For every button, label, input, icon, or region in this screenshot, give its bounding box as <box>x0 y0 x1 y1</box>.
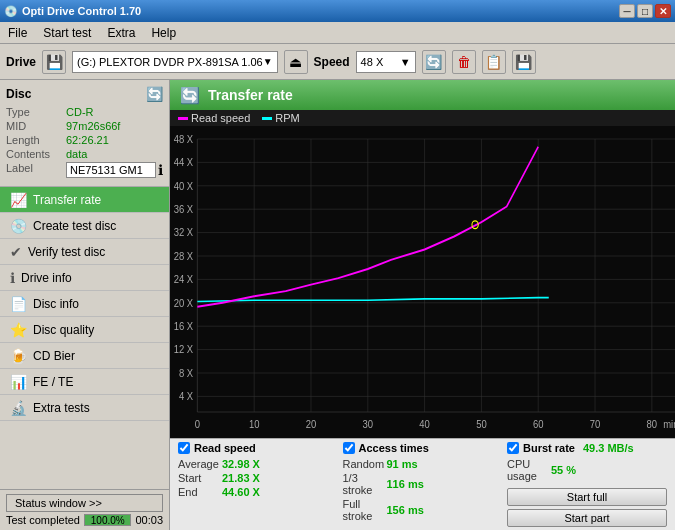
nav-cd-bier-label: CD Bier <box>33 349 75 363</box>
read-speed-dot <box>178 117 188 120</box>
minimize-button[interactable]: ─ <box>619 4 635 18</box>
burst-value: 49.3 MB/s <box>583 442 634 454</box>
chart-header-icon: 🔄 <box>180 86 200 105</box>
start-part-button[interactable]: Start part <box>507 509 667 527</box>
disc-info-panel: Disc 🔄 Type CD-R MID 97m26s66f Length 62… <box>0 80 169 187</box>
svg-text:20 X: 20 X <box>174 296 193 309</box>
full-stroke-row: Full stroke 156 ms <box>343 498 508 522</box>
label-input-group: ℹ <box>66 162 163 178</box>
read-speed-stats: Read speed Average 32.98 X Start 21.83 X… <box>178 442 343 527</box>
average-label: Average <box>178 458 218 470</box>
drive-info-icon: ℹ <box>10 270 15 286</box>
stat-buttons: Start full Start part <box>507 488 667 527</box>
svg-text:4 X: 4 X <box>179 389 193 402</box>
contents-value: data <box>66 148 87 160</box>
eject-button[interactable]: ⏏ <box>284 50 308 74</box>
disc-header: Disc 🔄 <box>6 86 163 102</box>
close-button[interactable]: ✕ <box>655 4 671 18</box>
cd-bier-icon: 🍺 <box>10 348 27 364</box>
full-stroke-label: Full stroke <box>343 498 383 522</box>
refresh-button[interactable]: 🔄 <box>422 50 446 74</box>
disc-contents-row: Contents data <box>6 148 163 160</box>
nav-verify-test-disc[interactable]: ✔ Verify test disc <box>0 239 169 265</box>
svg-text:28 X: 28 X <box>174 249 193 262</box>
start-full-button[interactable]: Start full <box>507 488 667 506</box>
window-title: Opti Drive Control 1.70 <box>22 5 141 17</box>
burst-checkbox[interactable] <box>507 442 519 454</box>
content-area: 🔄 Transfer rate Read speed RPM <box>170 80 675 530</box>
status-window-button[interactable]: Status window >> <box>6 494 163 512</box>
one-third-value: 116 ms <box>387 478 447 490</box>
menu-file[interactable]: File <box>0 24 35 42</box>
test-completed-row: Test completed 100.0% 00:03 <box>6 514 163 526</box>
random-row: Random 91 ms <box>343 458 508 470</box>
chart-container: 48 X 44 X 40 X 36 X 32 X 28 X 24 X 20 X … <box>170 126 675 438</box>
label-input[interactable] <box>66 162 156 178</box>
contents-label: Contents <box>6 148 66 160</box>
test-completed-label: Test completed <box>6 514 80 526</box>
chart-stats-row: Read speed Average 32.98 X Start 21.83 X… <box>170 438 675 530</box>
save-button[interactable]: 💾 <box>512 50 536 74</box>
chart-legend: Read speed RPM <box>170 110 675 126</box>
nav-cd-bier[interactable]: 🍺 CD Bier <box>0 343 169 369</box>
svg-text:40 X: 40 X <box>174 179 193 192</box>
speed-select[interactable]: 48 X ▼ <box>356 51 416 73</box>
nav-disc-quality[interactable]: ⭐ Disc quality <box>0 317 169 343</box>
full-stroke-value: 156 ms <box>387 504 447 516</box>
cpu-usage-row: CPU usage 55 % <box>507 458 667 482</box>
burst-stats: Burst rate 49.3 MB/s CPU usage 55 % Star… <box>507 442 667 527</box>
read-speed-checkbox[interactable] <box>178 442 190 454</box>
progress-percent: 100.0% <box>85 515 130 527</box>
svg-text:30: 30 <box>363 417 374 430</box>
svg-text:80: 80 <box>647 417 658 430</box>
menu-help[interactable]: Help <box>143 24 184 42</box>
start-label: Start <box>178 472 218 484</box>
rpm-dot <box>262 117 272 120</box>
menu-start-test[interactable]: Start test <box>35 24 99 42</box>
status-bar-section: Status window >> Test completed 100.0% 0… <box>0 489 169 530</box>
nav-fe-te[interactable]: 📊 FE / TE <box>0 369 169 395</box>
average-row: Average 32.98 X <box>178 458 343 470</box>
legend-rpm: RPM <box>262 112 299 124</box>
read-speed-header: Read speed <box>178 442 343 454</box>
progress-bar: 100.0% <box>84 514 131 526</box>
burst-stat-label: Burst rate <box>523 442 575 454</box>
speed-label: Speed <box>314 55 350 69</box>
disc-quality-icon: ⭐ <box>10 322 27 338</box>
svg-text:50: 50 <box>476 417 487 430</box>
access-times-stats: Access times Random 91 ms 1/3 stroke 116… <box>343 442 508 527</box>
title-bar: 💿 Opti Drive Control 1.70 ─ □ ✕ <box>0 0 675 22</box>
svg-text:8 X: 8 X <box>179 366 193 379</box>
disc-label-row: Label ℹ <box>6 162 163 178</box>
maximize-button[interactable]: □ <box>637 4 653 18</box>
start-value: 21.83 X <box>222 472 282 484</box>
drive-select-arrow: ▼ <box>263 56 273 67</box>
drive-icon: 💾 <box>42 50 66 74</box>
fe-te-icon: 📊 <box>10 374 27 390</box>
access-times-checkbox[interactable] <box>343 442 355 454</box>
disc-refresh-icon[interactable]: 🔄 <box>146 86 163 102</box>
app-icon: 💿 <box>4 5 18 18</box>
random-value: 91 ms <box>387 458 447 470</box>
nav-drive-info-label: Drive info <box>21 271 72 285</box>
disc-info-icon: 📄 <box>10 296 27 312</box>
nav-disc-quality-label: Disc quality <box>33 323 94 337</box>
title-bar-left: 💿 Opti Drive Control 1.70 <box>4 5 141 18</box>
nav-drive-info[interactable]: ℹ Drive info <box>0 265 169 291</box>
nav-create-test-disc[interactable]: 💿 Create test disc <box>0 213 169 239</box>
svg-text:10: 10 <box>249 417 260 430</box>
svg-text:70: 70 <box>590 417 601 430</box>
chart-title: Transfer rate <box>208 87 293 103</box>
label-info-icon[interactable]: ℹ <box>158 162 163 178</box>
nav-extra-tests[interactable]: 🔬 Extra tests <box>0 395 169 421</box>
nav-disc-info[interactable]: 📄 Disc info <box>0 291 169 317</box>
drive-select[interactable]: (G:) PLEXTOR DVDR PX-891SA 1.06 ▼ <box>72 51 278 73</box>
nav-disc-info-label: Disc info <box>33 297 79 311</box>
menu-extra[interactable]: Extra <box>99 24 143 42</box>
copy-button[interactable]: 📋 <box>482 50 506 74</box>
nav-transfer-rate[interactable]: 📈 Transfer rate <box>0 187 169 213</box>
svg-text:20: 20 <box>306 417 317 430</box>
erase-button[interactable]: 🗑 <box>452 50 476 74</box>
mid-label: MID <box>6 120 66 132</box>
sidebar: Disc 🔄 Type CD-R MID 97m26s66f Length 62… <box>0 80 170 530</box>
